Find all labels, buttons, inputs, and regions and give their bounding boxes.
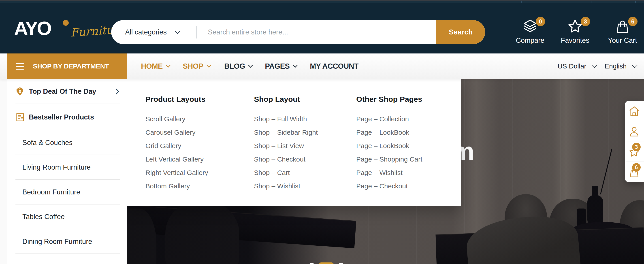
logo-text: AYO: [14, 18, 50, 39]
divider: [16, 254, 120, 254]
sidebar-item-bedroom[interactable]: Bedroom Furniture: [8, 180, 127, 204]
carousel-dot[interactable]: [338, 263, 344, 264]
mega-link[interactable]: Page – Checkout: [356, 180, 422, 193]
store-logo[interactable]: AYO Furniture: [14, 18, 110, 46]
cart-bag-icon: [615, 19, 630, 34]
home-icon: [628, 106, 640, 116]
widget-favorites-badge: 3: [632, 143, 641, 151]
nav-item-pages[interactable]: PAGES: [265, 54, 296, 79]
cart-label: Your Cart: [602, 36, 643, 44]
sidebar-item-top-deal[interactable]: $ Top Deal Of The Day: [8, 79, 127, 104]
compare-count-badge: 0: [536, 17, 545, 26]
widget-home-button[interactable]: [625, 101, 644, 121]
nav-item-label: BLOG: [224, 62, 245, 70]
category-dropdown-label: All categories: [125, 28, 167, 36]
compare-button[interactable]: 0 Compare: [510, 19, 550, 44]
nav-item-label: HOME: [141, 62, 163, 70]
cart-count-badge: 6: [628, 17, 638, 26]
language-label: English: [604, 62, 626, 70]
department-sidebar: $ Top Deal Of The Day Bestseller Product…: [8, 79, 127, 264]
shop-by-department-button[interactable]: SHOP BY DEPARTMENT: [8, 54, 127, 79]
sidebar-item-living-room[interactable]: Living Room Furniture: [8, 155, 127, 180]
nav-item-label: MY ACCOUNT: [310, 62, 358, 70]
chevron-down-icon: [206, 63, 211, 68]
sidebar-item-label: Bedroom Furniture: [22, 188, 80, 196]
sidebar-item-label: Sofa & Couches: [22, 139, 72, 147]
window-top-edge: [0, 0, 644, 1]
favorites-star-icon: [568, 19, 582, 34]
nav-item-blog[interactable]: BLOG: [224, 54, 251, 79]
chevron-down-icon: [592, 62, 598, 68]
mega-column-title: Other Shop Pages: [356, 95, 422, 104]
compare-layers-icon: [523, 19, 538, 34]
mega-link[interactable]: Right Vertical Gallery: [146, 166, 208, 180]
chevron-right-icon: [114, 88, 119, 94]
sidebar-item-tables-coffee[interactable]: Tables Coffee: [8, 204, 127, 229]
mega-column-title: Shop Layout: [254, 95, 300, 104]
mega-link[interactable]: Page – Collection: [356, 112, 422, 126]
mega-link[interactable]: Left Vertical Gallery: [146, 152, 208, 166]
sidebar-item-label: Bestseller Products: [29, 113, 94, 121]
mega-link[interactable]: Shop – Checkout: [254, 152, 318, 166]
favorites-label: Favorites: [555, 36, 595, 44]
cart-button[interactable]: 6 Your Cart: [602, 19, 643, 44]
nav-item-label: SHOP: [183, 62, 204, 70]
floating-side-widget: 3 6: [625, 101, 644, 182]
nav-item-home[interactable]: HOME: [141, 54, 169, 79]
chevron-down-icon: [293, 63, 298, 68]
mega-link[interactable]: Page – LookBook: [356, 139, 422, 152]
currency-selector[interactable]: US Dollar: [558, 54, 596, 79]
sidebar-item-label: Top Deal Of The Day: [29, 88, 96, 96]
mega-link[interactable]: Scroll Gallery: [146, 112, 208, 126]
category-dropdown[interactable]: All categories: [125, 20, 178, 44]
chevron-down-icon: [175, 29, 180, 34]
widget-cart-button[interactable]: 6: [625, 162, 644, 182]
main-header: AYO Furniture All categories Search 0 Co…: [0, 3, 644, 54]
user-icon: [628, 126, 640, 137]
widget-cart-badge: 6: [632, 163, 641, 172]
shop-mega-menu: Product Layouts Scroll Gallery Carousel …: [127, 79, 461, 206]
carousel-dot[interactable]: [309, 263, 314, 264]
mega-link[interactable]: Shop – List View: [254, 139, 318, 152]
logo-dot-icon: [63, 20, 69, 26]
mega-column-title: Product Layouts: [146, 95, 206, 104]
search-divider: [196, 26, 197, 38]
favorites-button[interactable]: 3 Favorites: [555, 19, 595, 44]
sidebar-item-bestseller[interactable]: Bestseller Products: [8, 104, 127, 130]
sidebar-item-dining-room[interactable]: Dining Room Furniture: [8, 229, 127, 254]
nav-item-label: PAGES: [265, 62, 290, 70]
svg-text:$: $: [19, 90, 21, 94]
mega-link[interactable]: Shop – Sidebar Right: [254, 126, 318, 139]
chevron-down-icon: [166, 63, 170, 68]
mega-link[interactable]: Carousel Gallery: [146, 126, 208, 139]
chevron-down-icon: [248, 63, 253, 68]
mega-link[interactable]: Grid Gallery: [146, 139, 208, 152]
mega-link[interactable]: Shop – Cart: [254, 166, 318, 180]
hamburger-icon: [16, 61, 24, 72]
widget-account-button[interactable]: [625, 121, 644, 142]
currency-label: US Dollar: [558, 62, 586, 70]
search-input[interactable]: [208, 22, 443, 42]
mega-link[interactable]: Page – Wishlist: [356, 166, 422, 180]
mega-link[interactable]: Page – Shopping Cart: [356, 152, 422, 166]
mega-link[interactable]: Shop – Wishlist: [254, 180, 318, 193]
search-bar: All categories Search: [111, 20, 485, 44]
compare-label: Compare: [510, 36, 550, 44]
department-button-label: SHOP BY DEPARTMENT: [33, 62, 109, 70]
bestseller-certificate-icon: [16, 113, 24, 122]
mega-link[interactable]: Page – LookBook: [356, 126, 422, 139]
sidebar-item-sofa-couches[interactable]: Sofa & Couches: [8, 130, 127, 155]
language-selector[interactable]: English: [604, 54, 636, 79]
search-button[interactable]: Search: [436, 20, 485, 44]
price-tag-icon: $: [16, 87, 24, 96]
carousel-dot-active[interactable]: [319, 262, 334, 264]
mega-link[interactable]: Shop – Full Width: [254, 112, 318, 126]
sidebar-item-label: Dining Room Furniture: [22, 238, 92, 246]
chevron-down-icon: [632, 62, 638, 68]
mega-link[interactable]: Bottom Gallery: [146, 180, 208, 193]
nav-item-shop[interactable]: SHOP: [183, 54, 210, 79]
main-navbar: SHOP BY DEPARTMENT HOME SHOP BLOG PAGES …: [0, 54, 644, 79]
nav-item-my-account[interactable]: MY ACCOUNT: [310, 54, 358, 79]
sidebar-item-label: Living Room Furniture: [22, 163, 91, 172]
widget-favorites-button[interactable]: 3: [625, 142, 644, 162]
